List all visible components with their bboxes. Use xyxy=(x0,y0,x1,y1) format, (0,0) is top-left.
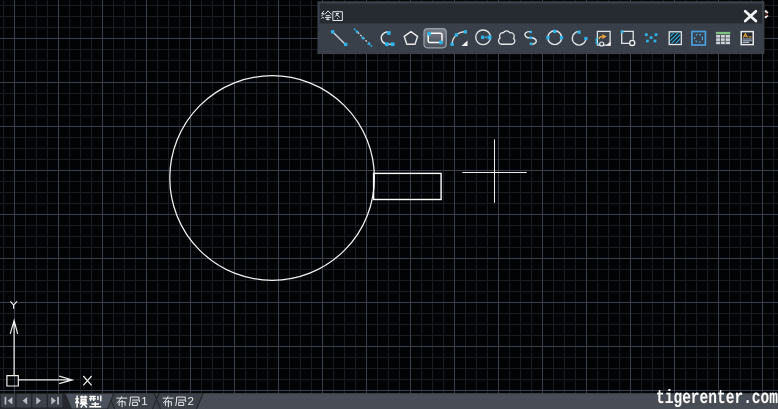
svg-text:2: 2 xyxy=(188,395,194,407)
svg-text:1: 1 xyxy=(141,395,147,407)
svg-text:tigerenter.com: tigerenter.com xyxy=(656,388,778,409)
